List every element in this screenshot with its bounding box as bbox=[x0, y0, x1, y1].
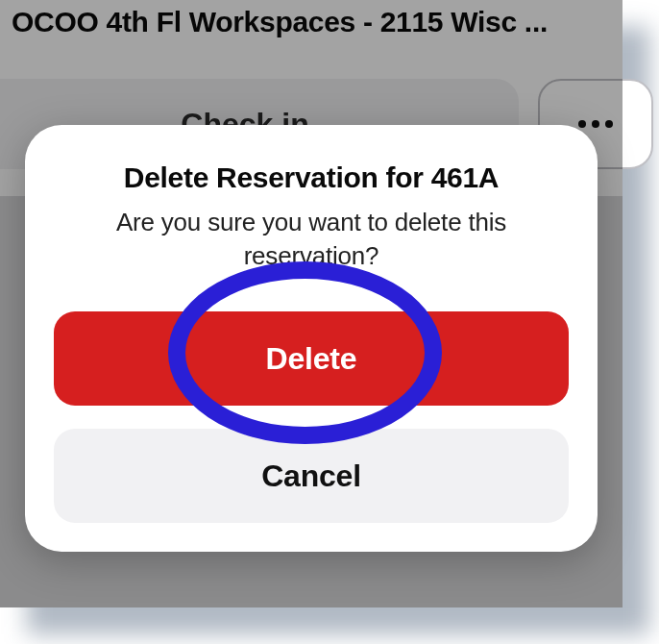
cancel-button[interactable]: Cancel bbox=[54, 429, 569, 523]
dialog-message: Are you sure you want to delete this res… bbox=[54, 206, 569, 273]
delete-confirm-dialog: Delete Reservation for 461A Are you sure… bbox=[25, 125, 598, 552]
dialog-title: Delete Reservation for 461A bbox=[54, 161, 569, 194]
delete-button[interactable]: Delete bbox=[54, 311, 569, 406]
cancel-button-label: Cancel bbox=[261, 458, 361, 494]
delete-button-label: Delete bbox=[266, 341, 357, 377]
app-screen: OCOO 4th Fl Workspaces - 2115 Wisc ... C… bbox=[0, 0, 622, 607]
